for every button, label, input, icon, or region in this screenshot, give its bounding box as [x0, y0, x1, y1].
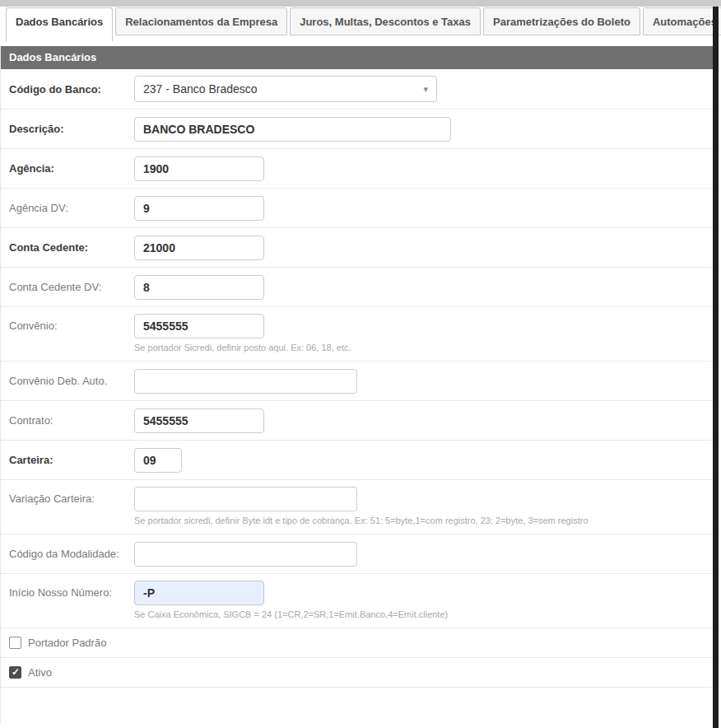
window-top-strip: [0, 0, 721, 7]
form-row-portador-padrao: Portador Padrão: [1, 628, 713, 658]
field-label: Agência:: [1, 162, 134, 175]
field-label: Início Nosso Número:: [1, 586, 134, 599]
field-label: Carteira:: [1, 454, 134, 466]
descricao-input[interactable]: [134, 117, 451, 142]
right-scrollbar[interactable]: [713, 7, 719, 728]
inicio-nosso-numero-help-text: Se Caixa Econômica, SIGCB = 24 (1=CR,2=S…: [134, 609, 448, 619]
field-label: Código do Banco:: [1, 83, 134, 96]
portador-padrao-checkbox[interactable]: [9, 637, 21, 649]
tab-automacoes[interactable]: Automações: [643, 7, 721, 35]
tab-juros-multas-descontos-taxas[interactable]: Juros, Multas, Descontos e Taxas: [290, 7, 481, 35]
convenio-help-text: Se portador Sicredi, definir posto aqui.…: [134, 343, 351, 352]
field-label: Convênio Deb. Auto.: [1, 375, 134, 387]
variacao-carteira-input[interactable]: [134, 487, 357, 511]
form-row-carteira: Carteira:: [1, 441, 713, 480]
field-label: Conta Cedente DV:: [1, 281, 134, 293]
bank-code-selected-value: 237 - Banco Bradesco: [143, 82, 258, 96]
dados-bancarios-panel: Dados Bancários Código do Banco: 237 - B…: [0, 46, 713, 724]
convenio-deb-auto-input[interactable]: [134, 369, 357, 394]
field-label: Conta Cedente:: [1, 241, 134, 254]
contrato-input[interactable]: [134, 408, 264, 433]
conta-cedente-input[interactable]: [134, 236, 264, 260]
convenio-input[interactable]: [134, 314, 264, 338]
bank-code-select[interactable]: 237 - Banco Bradesco ▾: [134, 76, 437, 102]
carteira-input[interactable]: [134, 448, 182, 473]
field-label: Convênio:: [1, 320, 134, 332]
ativo-label: Ativo: [28, 666, 52, 679]
section-header: Dados Bancários: [1, 46, 713, 69]
form-row-contrato: Contrato:: [1, 401, 713, 441]
ativo-checkbox[interactable]: [9, 666, 21, 679]
field-label: Descrição:: [1, 123, 134, 135]
field-label: Agência DV:: [1, 202, 134, 214]
form-row-agencia-dv: Agência DV:: [1, 189, 713, 228]
form-row-conta-cedente-dv: Conta Cedente DV:: [1, 268, 713, 307]
empty-footer-area: [1, 688, 713, 724]
form-row-codigo-do-banco: Código do Banco: 237 - Banco Bradesco ▾: [1, 69, 713, 110]
form-row-descricao: Descrição:: [1, 110, 713, 149]
field-label: Código da Modalidade:: [1, 548, 134, 560]
codigo-da-modalidade-input[interactable]: [134, 542, 357, 567]
tab-parametrizacoes-do-boleto[interactable]: Parametrizações do Boleto: [483, 7, 640, 35]
form-row-conta-cedente: Conta Cedente:: [1, 228, 713, 268]
form-row-convenio-deb-auto: Convênio Deb. Auto.: [1, 362, 713, 401]
agencia-input[interactable]: [134, 156, 264, 181]
conta-cedente-dv-input[interactable]: [134, 275, 264, 300]
field-label: Variação Carteira:: [1, 492, 134, 505]
tab-dados-bancarios[interactable]: Dados Bancários: [6, 7, 113, 41]
form-row-convenio: Convênio: Se portador Sicredi, definir p…: [1, 307, 713, 362]
tab-bar: Dados Bancários Relacionamentos da Empre…: [0, 7, 721, 46]
inicio-nosso-numero-input[interactable]: [134, 581, 264, 605]
portador-padrao-label: Portador Padrão: [28, 637, 106, 649]
form-row-ativo: Ativo: [1, 658, 713, 688]
agencia-dv-input[interactable]: [134, 196, 264, 221]
chevron-down-icon: ▾: [423, 84, 428, 95]
form-row-inicio-nosso-numero: Início Nosso Número: Se Caixa Econômica,…: [1, 574, 713, 628]
tab-relacionamentos-da-empresa[interactable]: Relacionamentos da Empresa: [115, 7, 287, 35]
form-row-agencia: Agência:: [1, 149, 713, 189]
form-row-variacao-carteira: Variação Carteira: Se portador sicredi, …: [1, 480, 713, 534]
form-row-codigo-da-modalidade: Código da Modalidade:: [1, 534, 713, 574]
field-label: Contrato:: [1, 414, 134, 427]
variacao-carteira-help-text: Se portador sicredi, definir Byte idt e …: [134, 516, 588, 525]
